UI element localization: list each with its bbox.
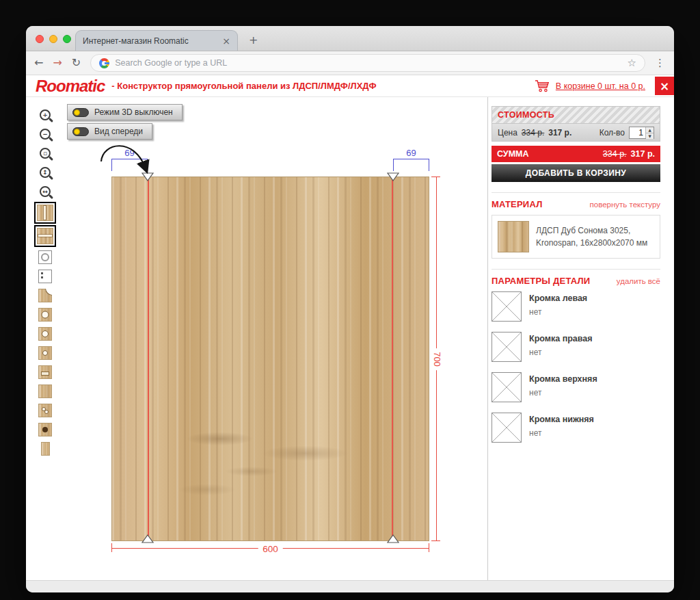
price-label: Цена <box>498 128 517 138</box>
param-item-edge-top[interactable]: Кромка верхняя нет <box>492 372 660 402</box>
quantity-spin-buttons: ▲ ▼ <box>645 127 654 138</box>
empty-edge-icon[interactable] <box>492 413 522 443</box>
dimension-width: 600 <box>111 548 429 549</box>
empty-edge-icon[interactable] <box>492 332 522 362</box>
price-row: Цена 334 р. 317 р. Кол-во 1 ▲ ▼ <box>492 124 660 142</box>
toggle-front-view[interactable]: Вид спереди <box>67 123 152 140</box>
params-title: ПАРАМЕТРЫ ДЕТАЛИ <box>492 276 590 286</box>
tool-corner-round[interactable] <box>36 287 54 304</box>
sum-old: 334 р. <box>603 149 627 159</box>
tab-title: Интернет-магазин Roomatic <box>83 36 217 46</box>
spin-up-icon[interactable]: ▲ <box>646 127 654 133</box>
vertical-edge-icon <box>37 205 53 221</box>
tool-zoom-in[interactable]: + <box>36 106 54 124</box>
cart-icon[interactable] <box>535 79 551 92</box>
browser-menu-icon[interactable]: ⋮ <box>655 57 666 69</box>
cost-section-header: СТОИМОСТЬ <box>492 106 660 124</box>
marker-top-right-triangle[interactable] <box>387 172 399 181</box>
tool-plain-panel[interactable] <box>36 382 54 400</box>
empty-edge-icon[interactable] <box>492 291 522 322</box>
marker-bottom-left-triangle[interactable] <box>142 534 154 543</box>
quantity-stepper[interactable]: 1 ▲ ▼ <box>629 127 654 139</box>
traffic-lights <box>36 35 71 43</box>
tool-zoom-out[interactable]: − <box>36 125 54 143</box>
tool-circle-cut[interactable] <box>36 248 54 266</box>
address-input[interactable] <box>115 58 621 68</box>
zoom-width-icon: ↔ <box>40 186 51 197</box>
toggle-3d-mode[interactable]: Режим 3D выключен <box>67 104 183 120</box>
tool-panel-narrow[interactable] <box>36 440 54 458</box>
cart-link[interactable]: В корзине 0 шт. на 0 р. <box>556 81 645 91</box>
tool-hole-offset[interactable] <box>36 325 54 343</box>
param-item-edge-left[interactable]: Кромка левая нет <box>492 291 660 322</box>
edge-marker-line-left[interactable] <box>148 177 149 540</box>
browser-titlebar: Интернет-магазин Roomatic × + <box>26 26 674 51</box>
cost-title: СТОИМОСТЬ <box>498 110 554 120</box>
tool-edge-holes[interactable] <box>36 268 54 285</box>
browser-navbar: ← → ↻ ☆ ⋮ <box>26 51 674 75</box>
cart-area: В корзине 0 шт. на 0 р. <box>535 79 645 92</box>
tool-hole-dark[interactable] <box>36 421 54 439</box>
quantity-value[interactable]: 1 <box>630 127 645 138</box>
groove-icon <box>38 365 52 379</box>
param-text: Кромка левая нет <box>529 291 587 322</box>
param-text: Кромка нижняя нет <box>529 413 594 443</box>
forward-icon[interactable]: → <box>53 57 62 68</box>
new-tab-button[interactable]: + <box>249 35 258 46</box>
window-close-button[interactable] <box>36 35 44 43</box>
marker-bottom-right-triangle[interactable] <box>387 534 399 543</box>
back-icon[interactable]: ← <box>34 57 43 68</box>
material-card[interactable]: ЛДСП Дуб Сонома 3025, Kronospan, 16х2800… <box>492 215 660 259</box>
tab-close-icon[interactable]: × <box>222 36 230 46</box>
tool-zoom-width[interactable]: ↔ <box>36 183 54 200</box>
window-zoom-button[interactable] <box>63 35 71 43</box>
dimension-left-offset-value: 69 <box>124 148 134 158</box>
dimension-left-offset: 69 <box>111 148 148 159</box>
material-title: МАТЕРИАЛ <box>492 199 542 209</box>
param-item-edge-right[interactable]: Кромка правая нет <box>492 332 660 362</box>
browser-tab[interactable]: Интернет-магазин Roomatic × <box>75 30 238 51</box>
section-divider <box>492 269 660 270</box>
address-bar[interactable]: ☆ <box>90 54 645 72</box>
clear-all-link[interactable]: удалить всё <box>617 277 660 285</box>
spin-down-icon[interactable]: ▼ <box>646 133 654 139</box>
rotate-texture-link[interactable]: повернуть текстуру <box>590 200 660 209</box>
marker-top-left-triangle[interactable] <box>142 172 154 181</box>
tool-edge-vertical[interactable] <box>34 202 56 224</box>
center-hole-icon <box>38 308 52 322</box>
tool-edge-horizontal[interactable] <box>34 225 56 247</box>
zoom-in-icon: + <box>40 109 51 120</box>
dimension-width-value: 600 <box>258 543 283 553</box>
add-to-cart-button[interactable]: ДОБАВИТЬ В КОРЗИНУ <box>492 164 660 182</box>
window-footer <box>26 580 674 592</box>
window-minimize-button[interactable] <box>49 35 57 43</box>
param-text: Кромка верхняя нет <box>529 372 597 402</box>
circle-cut-icon <box>38 250 52 264</box>
tool-zoom-area[interactable]: ▫ <box>36 144 54 162</box>
bookmark-star-icon[interactable]: ☆ <box>628 57 636 69</box>
zoom-area-icon: ▫ <box>40 148 51 159</box>
tool-groove-horizontal[interactable] <box>36 363 54 381</box>
tool-hole-center[interactable] <box>36 306 54 324</box>
edge-marker-line-right[interactable] <box>392 177 393 540</box>
quantity-label: Кол-во <box>600 128 625 138</box>
tool-hole-small[interactable] <box>36 344 54 362</box>
tool-holes-pattern[interactable] <box>36 402 54 419</box>
reload-icon[interactable]: ↻ <box>72 57 81 68</box>
param-item-edge-bottom[interactable]: Кромка нижняя нет <box>492 413 660 443</box>
plain-panel-icon <box>38 384 52 398</box>
horizontal-edge-icon <box>37 228 53 244</box>
panel-workpiece[interactable] <box>111 177 429 541</box>
param-text: Кромка правая нет <box>529 332 593 362</box>
material-name-line2: Kronospan, 16х2800х2070 мм <box>536 237 647 249</box>
app-subtitle: - Конструктор прямоугольной панели из ЛД… <box>111 81 376 91</box>
zoom-height-icon: ↕ <box>40 167 51 178</box>
design-canvas[interactable]: Режим 3D выключен Вид спереди 69 <box>64 97 487 580</box>
material-name: ЛДСП Дуб Сонома 3025, Kronospan, 16х2800… <box>536 224 647 249</box>
app-close-button[interactable]: × <box>655 77 674 95</box>
edge-holes-icon <box>38 270 52 283</box>
empty-edge-icon[interactable] <box>492 372 522 402</box>
param-value: нет <box>529 388 597 397</box>
roomatic-logo[interactable]: Roomatic <box>36 77 105 96</box>
tool-zoom-height[interactable]: ↕ <box>36 164 54 181</box>
